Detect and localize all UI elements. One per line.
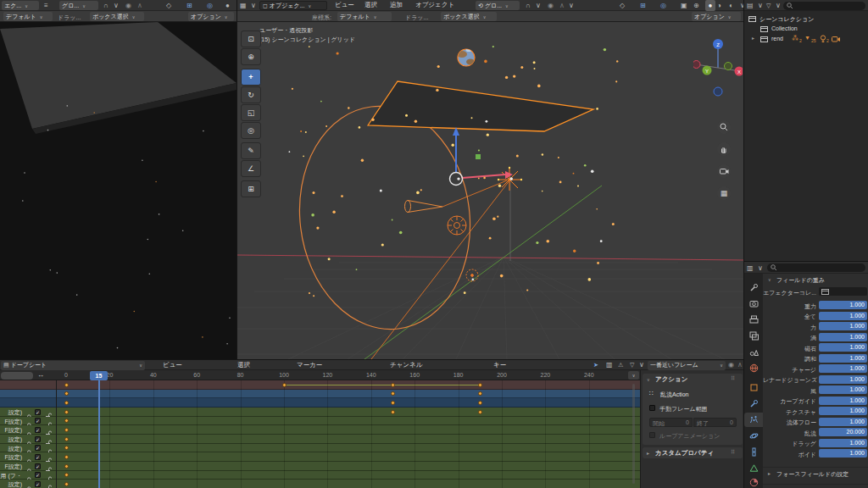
channel-row-fcurve-10[interactable]: F設定)✓	[0, 462, 640, 471]
tool-cursor-button[interactable]: ⊕	[241, 48, 261, 65]
options-dropdown[interactable]: オプション∨	[692, 12, 741, 21]
gizmo-axis-x-neg[interactable]	[693, 61, 700, 69]
xray-toggle-icon[interactable]: ▣	[681, 0, 687, 11]
falloff-chevron-icon[interactable]: ∨	[569, 0, 574, 11]
slider-5[interactable]: 1.000	[819, 343, 867, 352]
slider-3[interactable]: 1.000	[819, 322, 867, 330]
move-gizmo[interactable]	[450, 127, 514, 186]
channel-enable-checkbox[interactable]: ✓	[35, 454, 41, 460]
gizmo-axis-y-neg[interactable]	[725, 63, 732, 70]
manual-range-checkbox[interactable]	[649, 405, 655, 411]
navigation-gizmo[interactable]: Z Y X	[693, 34, 743, 107]
tool-select-box-button[interactable]: ⊡	[241, 30, 261, 47]
menu-view[interactable]: ビュー	[163, 360, 182, 370]
menu-marker[interactable]: マーカー	[297, 360, 322, 370]
collapsed-menus-icon[interactable]: ≡	[44, 0, 48, 11]
keyframe-f100[interactable]	[282, 383, 287, 387]
editor-type-dropdown[interactable]: エク...∨	[2, 1, 39, 10]
channel-row-fcurve-9[interactable]: F設定)✓	[0, 452, 640, 462]
keyframe-f0[interactable]	[64, 391, 69, 396]
shading-material-icon[interactable]: ◑	[717, 0, 721, 11]
keyframe-f0[interactable]	[64, 428, 69, 432]
falloff-icon[interactable]: ∧	[737, 360, 743, 370]
disclosure-icon[interactable]: ▸	[752, 35, 754, 41]
menu-key[interactable]: キー	[493, 360, 506, 370]
gizmo-toggle-icon[interactable]: ⊞	[186, 0, 192, 11]
channel-row-summary-1[interactable]	[0, 380, 640, 390]
frame-start-field[interactable]: 開始 0	[649, 418, 693, 427]
field-empty-object[interactable]	[448, 216, 466, 235]
channel-enable-checkbox[interactable]: ✓	[35, 472, 41, 478]
channel-enable-checkbox[interactable]: ✓	[35, 409, 41, 415]
keyframe-f0[interactable]	[64, 482, 69, 486]
orientation-dropdown[interactable]: グロ...∨	[59, 1, 98, 10]
tool-rotate-button[interactable]: ↻	[241, 86, 261, 103]
plane-object[interactable]	[368, 81, 593, 131]
snap-chevron-icon[interactable]: ∨	[114, 0, 119, 11]
slider-15[interactable]: 1.000	[819, 449, 867, 458]
keyframe-f150[interactable]	[391, 383, 395, 387]
keyframe-f150[interactable]	[391, 391, 395, 396]
properties-tab-physics[interactable]	[744, 429, 763, 443]
properties-tab-particles[interactable]	[744, 413, 763, 427]
editor-type-dropdown[interactable]: ▤ ドープシート ∨	[1, 361, 145, 370]
slider-7[interactable]: 1.000	[819, 364, 867, 373]
properties-search-input[interactable]	[767, 263, 865, 272]
playhead-line[interactable]	[98, 380, 100, 488]
shading-solid-icon[interactable]: ●	[705, 0, 715, 11]
shading-rendered-icon[interactable]: ◐	[729, 0, 733, 11]
keyframe-f0[interactable]	[64, 455, 69, 459]
keyframe-f150[interactable]	[391, 401, 395, 405]
channel-enable-checkbox[interactable]: ✓	[35, 418, 41, 424]
channel-row-fcurve-5[interactable]: F設定)✓	[0, 417, 640, 426]
keyframe-f0[interactable]	[64, 419, 69, 423]
tool-annotate-button[interactable]: ✎	[241, 142, 261, 159]
editor-type-outliner-icon[interactable]: ▤	[747, 0, 754, 11]
snap-mode-dropdown[interactable]: 一番近いフレーム ∨	[648, 361, 726, 370]
properties-tab-output[interactable]	[744, 313, 763, 327]
snap-magnet-icon[interactable]: ∩	[103, 0, 108, 11]
slider-10[interactable]: 1.000	[819, 396, 867, 405]
drag-handle-icon[interactable]: ⠿	[731, 375, 735, 382]
slider-13[interactable]: 20.000	[819, 428, 867, 436]
transform-orientation-dropdown[interactable]: ⟲グロ...∨	[476, 1, 520, 10]
slider-2[interactable]: 1.000	[819, 312, 867, 320]
menu-channel[interactable]: チャンネル	[390, 360, 422, 370]
keyframe-f0[interactable]	[64, 464, 69, 469]
drag-tool-label[interactable]: ドラッ...	[58, 14, 81, 22]
properties-tab-object[interactable]	[744, 380, 763, 395]
outliner-search-input[interactable]	[783, 2, 865, 10]
keyframe-f150[interactable]	[391, 410, 395, 414]
properties-tab-modifiers[interactable]	[744, 396, 763, 411]
flip-range-icon[interactable]: ↔	[37, 371, 44, 379]
properties-tab-material[interactable]	[744, 475, 763, 488]
editor-chevron-icon[interactable]: ∨	[251, 0, 256, 11]
channel-row-fcurve-12[interactable]: 設定)✓	[0, 480, 640, 488]
shading-icon[interactable]: ●	[225, 0, 230, 11]
slider-8[interactable]: 1.000	[819, 375, 867, 384]
gizmo-toggle-icon[interactable]: ⊞	[640, 0, 646, 11]
channel-enable-checkbox[interactable]: ✓	[35, 445, 41, 451]
channel-enable-checkbox[interactable]: ✓	[35, 427, 41, 433]
drag-tool-label[interactable]: ドラッ...	[405, 14, 428, 22]
keyframe-f0[interactable]	[64, 437, 69, 441]
snap-chevron-icon[interactable]: ∨	[536, 0, 541, 11]
show-hidden-icon[interactable]: ▥	[606, 360, 613, 370]
workspace-dropdown[interactable]: デフォルト∨	[3, 12, 53, 21]
panel-collapse-icon[interactable]: ∨	[647, 377, 650, 382]
menu-object[interactable]: オブジェクト	[415, 0, 454, 10]
workspace-dropdown[interactable]: デフォルト∨	[337, 12, 392, 21]
mode-dropdown[interactable]: ◻オブジェク...∨	[259, 1, 327, 10]
properties-tab-constraints[interactable]	[744, 445, 763, 459]
menu-select[interactable]: 選択	[364, 0, 377, 10]
channel-row-fcurve-11[interactable]: 使用 (フ・✓	[0, 471, 640, 480]
select-mode-dropdown[interactable]: ボックス選択∨	[90, 12, 144, 21]
pivot-icon[interactable]: ◇	[166, 0, 171, 11]
tool-scale-button[interactable]: ◱	[241, 104, 261, 121]
earth-sphere-object[interactable]	[457, 48, 475, 66]
left-viewport-content[interactable]	[0, 22, 236, 359]
properties-tab-object-data[interactable]	[744, 461, 763, 475]
slider-9[interactable]: 1.000	[819, 385, 867, 394]
properties-tab-world[interactable]	[744, 361, 763, 375]
current-frame-badge[interactable]: 15	[90, 371, 108, 380]
